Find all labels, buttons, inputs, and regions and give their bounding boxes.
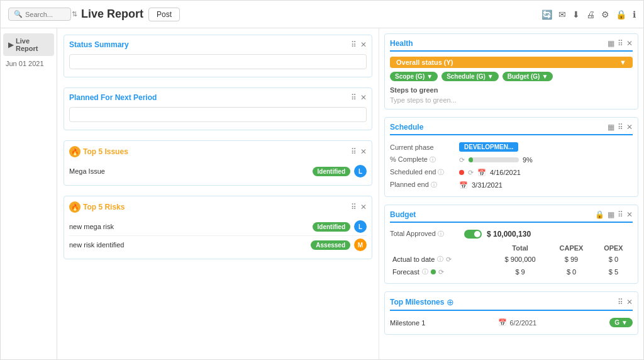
red-dot-icon xyxy=(459,170,464,175)
overall-status-bar[interactable]: Overall status (Y) ▼ xyxy=(390,57,633,68)
refresh-icon[interactable]: 🔄 xyxy=(541,9,552,20)
search-input[interactable] xyxy=(25,11,69,18)
mail-icon[interactable]: ✉ xyxy=(558,9,566,20)
sched-refresh-icon[interactable]: ⟳ xyxy=(468,169,474,177)
schedule-tag[interactable]: Schedule (G) ▼ xyxy=(441,72,499,81)
planned-end-row: Planned end ⓘ 📅 3/31/2021 xyxy=(390,179,633,191)
budget-header: Budget 🔒 ▦ ⠿ ✕ xyxy=(390,210,633,223)
current-phase-label: Current phase xyxy=(390,143,459,151)
milestone-chevron-icon: ▼ xyxy=(621,319,628,326)
current-phase-row: Current phase DEVELOPMEN... xyxy=(390,140,633,154)
grid-icon-6[interactable]: ⠿ xyxy=(618,123,623,132)
forecast-opex-cell: $ 5 xyxy=(594,266,633,278)
info-icon[interactable]: ℹ xyxy=(633,9,636,20)
steps-input[interactable]: Type steps to green... xyxy=(390,96,633,104)
close-icon[interactable]: ✕ xyxy=(360,40,367,49)
top-risks-title: Top 5 Risks xyxy=(83,203,125,211)
status-summary-input[interactable] xyxy=(69,54,367,69)
planned-end-value: 📅 3/31/2021 xyxy=(459,181,633,189)
play-icon: ▶ xyxy=(8,41,13,49)
status-summary-header: Status Summary ⠿ ✕ xyxy=(69,40,367,49)
sort-icon[interactable]: ⇅ xyxy=(72,10,77,18)
status-tags: Scope (G) ▼ Schedule (G) ▼ Budget (G) ▼ xyxy=(390,72,633,81)
close-icon-6[interactable]: ✕ xyxy=(626,123,633,132)
close-icon-7[interactable]: ✕ xyxy=(626,210,633,219)
cal-icon-1: 📅 xyxy=(477,169,486,177)
main-content: ▶ Live Report Jun 01 2021 Status Summary… xyxy=(1,28,643,359)
forecast-refresh-icon[interactable]: ⟳ xyxy=(438,268,444,276)
grid-icon[interactable]: ⠿ xyxy=(351,40,357,49)
forecast-info-icon[interactable]: ⓘ xyxy=(422,267,428,276)
percent-refresh-icon[interactable]: ⟳ xyxy=(459,156,465,164)
close-icon-3[interactable]: ✕ xyxy=(360,147,367,156)
approved-info-icon[interactable]: ⓘ xyxy=(438,230,444,237)
top-issues-header: 🔥 Top 5 Issues ⠿ ✕ xyxy=(69,146,367,157)
lock-icon-2[interactable]: 🔒 xyxy=(595,210,604,219)
close-icon-4[interactable]: ✕ xyxy=(360,203,367,211)
table-icon-2[interactable]: ▦ xyxy=(608,123,614,132)
status-summary-title: Status Summary xyxy=(69,40,129,49)
planned-end-info-icon[interactable]: ⓘ xyxy=(431,181,437,188)
status-summary-widget: Status Summary ⠿ ✕ xyxy=(64,35,372,77)
budget-widget: Budget 🔒 ▦ ⠿ ✕ Total Approved ⓘ xyxy=(384,205,638,284)
risk-name-0: new mega risk xyxy=(69,223,114,230)
top-risks-content: new mega risk Identified L new risk iden… xyxy=(69,218,367,254)
steps-label: Steps to green xyxy=(390,86,633,94)
progress-text: 9% xyxy=(523,156,533,164)
grid-icon-3[interactable]: ⠿ xyxy=(351,147,357,156)
schedule-tag-label: Schedule (G) xyxy=(447,73,486,80)
lock-icon[interactable]: 🔒 xyxy=(616,9,626,20)
table-icon-3[interactable]: ▦ xyxy=(608,210,614,219)
top-issues-title-area: 🔥 Top 5 Issues xyxy=(69,146,128,157)
budget-forecast-row: Forecast ⓘ ⟳ $ 9 $ 0 $ 5 xyxy=(390,266,633,278)
close-icon-8[interactable]: ✕ xyxy=(626,298,633,307)
post-button[interactable]: Post xyxy=(148,8,180,21)
actual-refresh-icon[interactable]: ⟳ xyxy=(446,256,452,264)
planned-next-title: Planned For Next Period xyxy=(69,93,157,102)
settings-icon[interactable]: ⚙ xyxy=(601,9,609,20)
budget-tag[interactable]: Budget (G) ▼ xyxy=(502,72,553,81)
current-phase-value: DEVELOPMEN... xyxy=(459,142,633,152)
planned-next-input[interactable] xyxy=(69,107,367,122)
percent-info-icon[interactable]: ⓘ xyxy=(430,156,436,163)
risk-badges-0: Identified L xyxy=(313,220,367,233)
schedule-chevron-icon: ▼ xyxy=(487,73,494,80)
actual-opex-cell: $ 0 xyxy=(594,253,633,266)
sched-end-info-icon[interactable]: ⓘ xyxy=(438,169,444,176)
budget-col-empty xyxy=(390,243,492,253)
actual-label-cell: Actual to date ⓘ ⟳ xyxy=(390,253,492,266)
risk-priority-0: L xyxy=(354,220,367,233)
table-icon[interactable]: ▦ xyxy=(608,39,614,48)
search-box[interactable]: 🔍 ⇅ xyxy=(8,8,71,21)
status-summary-content xyxy=(69,54,367,72)
grid-icon-8[interactable]: ⠿ xyxy=(618,298,623,307)
top-issues-content: Mega Issue Identified L xyxy=(69,162,367,180)
grid-icon-2[interactable]: ⠿ xyxy=(351,93,357,102)
scope-tag[interactable]: Scope (G) ▼ xyxy=(390,72,438,81)
total-approved-row: Total Approved ⓘ $ 10,000,130 xyxy=(390,228,633,240)
top-issues-title: Top 5 Issues xyxy=(83,147,128,156)
right-panel: Health ▦ ⠿ ✕ Overall status (Y) ▼ Sco xyxy=(379,28,643,359)
print-icon[interactable]: 🖨 xyxy=(586,9,595,20)
budget-actual-row: Actual to date ⓘ ⟳ $ 900,000 $ 99 $ 0 xyxy=(390,253,633,266)
schedule-widget: Schedule ▦ ⠿ ✕ Current phase DEVELOPMEN.… xyxy=(384,117,638,197)
forecast-green-dot xyxy=(431,269,436,274)
total-approved-amount: $ 10,000,130 xyxy=(487,230,531,239)
milestones-icons: ⠿ ✕ xyxy=(618,298,633,307)
grid-icon-5[interactable]: ⠿ xyxy=(618,39,623,48)
download-icon[interactable]: ⬇ xyxy=(572,9,580,20)
close-icon-5[interactable]: ✕ xyxy=(626,39,633,48)
health-header: Health ▦ ⠿ ✕ xyxy=(390,39,633,52)
nav-live-report-label: Live Report xyxy=(16,37,49,52)
milestones-add-icon[interactable]: ⊕ xyxy=(447,297,454,307)
nav-live-report[interactable]: ▶ Live Report xyxy=(3,33,54,56)
grid-icon-4[interactable]: ⠿ xyxy=(351,203,357,211)
close-icon-2[interactable]: ✕ xyxy=(360,93,367,102)
actual-info-icon[interactable]: ⓘ xyxy=(437,255,443,264)
budget-toggle[interactable] xyxy=(464,230,482,239)
percent-complete-value: ⟳ 9% xyxy=(459,156,633,164)
scope-tag-label: Scope (G) xyxy=(395,73,425,80)
overall-status-label: Overall status (Y) xyxy=(396,59,453,66)
milestone-status-0[interactable]: G ▼ xyxy=(609,318,633,327)
grid-icon-7[interactable]: ⠿ xyxy=(618,210,623,219)
